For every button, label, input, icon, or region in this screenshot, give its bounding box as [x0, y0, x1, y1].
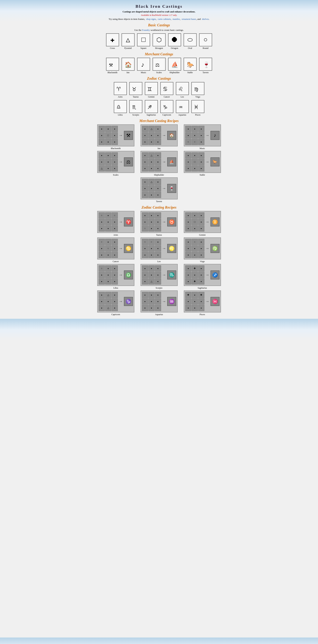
cell: ● [112, 159, 118, 165]
cell: ● [142, 185, 148, 192]
svg-text:⛵: ⛵ [171, 61, 178, 68]
scales-recipe-label: Scales [113, 174, 119, 176]
cell: ● [105, 239, 111, 245]
cell: ● [198, 126, 204, 132]
arrow: → [205, 246, 209, 251]
cell: ● [99, 132, 105, 138]
casting-gemini: ♊ Gemini [144, 82, 159, 98]
cell: ● [185, 225, 191, 232]
link-shelves[interactable]: shelves [202, 18, 209, 20]
cell: ● [142, 152, 148, 158]
cell: ● [155, 185, 161, 192]
link-curio-cabinets[interactable]: curio cabinets [158, 18, 171, 20]
svg-text:⚒: ⚒ [109, 61, 113, 68]
zodiac-recipes-row4: ● △ ● ● ● ● ● △ ● → ♑ Capricorn ● ● ● ● … [91, 290, 228, 316]
cell: ● [105, 272, 111, 278]
cell: ● [99, 219, 105, 225]
cell: ● [148, 298, 155, 304]
cell: ○ [105, 246, 111, 252]
cell: ● [155, 126, 161, 132]
shipbuilder-icon: ⛵ [168, 58, 181, 71]
cell: ● [99, 298, 105, 304]
pisces-label: Pisces [195, 114, 201, 116]
foundry-link[interactable]: Foundry [142, 29, 150, 31]
aries-recipe-label: Aries [113, 234, 118, 236]
cell: □ [105, 132, 111, 138]
merchant-castings-row: ⚒ Blacksmith 🏠 Inn ♪ Music ⚖ Scales ⛵ Sh… [91, 58, 228, 74]
cell: ● [185, 132, 191, 138]
cell: ● [198, 159, 204, 165]
casting-taurus: ♉ Taurus [129, 82, 143, 98]
cell: ● [198, 239, 204, 245]
recipe-tavern: ● △ ● ● ● ● ● ● ● → 🍷 Tavern [138, 178, 180, 203]
tavern-craft: ● △ ● ● ● ● ● ● ● → 🍷 [141, 178, 178, 200]
recipe-scales: ● ● ● ● ● ● △ ● ● → ⚖ Scales [95, 151, 137, 176]
cell: ● [112, 278, 118, 284]
capricorn-grid: ● △ ● ● ● ● ● △ ● [99, 292, 118, 311]
arrow: → [162, 186, 166, 191]
arrow: → [162, 160, 166, 164]
cell: ● [99, 126, 105, 132]
shipbuilder-result: ⛵ [167, 158, 176, 166]
stable-recipe-label: Stable [200, 174, 205, 176]
music-label: Music [141, 71, 146, 74]
svg-text:♊: ♊ [148, 86, 152, 93]
svg-text:♒: ♒ [179, 104, 183, 111]
recipe-scorpio: ● ● ● ● ● ● ● △ ● → ♏ Scorpio [138, 264, 180, 289]
sagittarius-icon: ♐ [145, 100, 158, 113]
casting-scorpio: ♏ Scorpio [129, 100, 143, 116]
cell: ● [142, 212, 148, 218]
arrow: → [162, 272, 166, 277]
music-recipe-label: Music [200, 147, 205, 150]
cell: ● [155, 305, 161, 311]
svg-text:♪: ♪ [141, 61, 145, 68]
cell: ● [192, 292, 198, 298]
scorpio-recipe-label: Scorpio [156, 287, 162, 289]
music-grid: ● ● ● ● ● ● ○ ○ ● [185, 126, 204, 145]
cell: ● [112, 152, 118, 158]
link-mantles[interactable]: mantles [173, 18, 180, 20]
aries-label: Aries [118, 96, 123, 98]
blacksmith-result: ⚒ [124, 131, 133, 140]
cell: ● [155, 192, 161, 198]
casting-scales: ⚖ Scales [152, 58, 166, 74]
cell: ● [105, 159, 111, 165]
leo-grid: ○ ○ ● ● ● ● ● ● ● [142, 239, 161, 258]
svg-text:♌: ♌ [179, 86, 183, 93]
cell: ● [185, 272, 191, 278]
recipe-inn: ● △ ● ● ● ● ● ● ● → 🏠 Inn [138, 124, 180, 150]
arrow: → [119, 272, 123, 277]
square-icon [137, 33, 150, 46]
cell: ● [148, 219, 155, 225]
cancer-craft: ○ ● ● ● ○ ● ● ● ● → ♋ [97, 238, 134, 260]
gemini-label: Gemini [148, 96, 155, 98]
arrow: → [205, 133, 209, 138]
cell: ● [105, 219, 111, 225]
basic-castings-title: Basic Castings [91, 23, 228, 27]
cell: ● [155, 219, 161, 225]
blacksmith-label: Blacksmith [108, 71, 117, 74]
link-ornament-bases[interactable]: ornament bases [182, 18, 196, 20]
cell: ● [192, 246, 198, 252]
link-shop-signs[interactable]: shop signs [146, 18, 156, 20]
scales-label: Scales [156, 71, 162, 74]
cell: ● [99, 225, 105, 232]
arrow: → [205, 272, 209, 277]
cell: ● [185, 165, 191, 172]
shipbuilder-recipe-label: Shipbuilder [154, 174, 164, 176]
scales-result: ⚖ [124, 158, 133, 166]
svg-text:♈: ♈ [117, 86, 121, 93]
taurus-grid: ● ● ● ● ● ● ○ ● ● [142, 212, 161, 232]
gemini-craft: ● ● ● ● □ ● ● ● ● → ♊ [184, 211, 221, 233]
casting-pyramid: Pyramid [121, 33, 135, 50]
leo-icon: ♌ [176, 82, 189, 95]
cell: ● [112, 165, 118, 172]
cell: △ [99, 165, 105, 172]
cell: ● [198, 212, 204, 218]
cell: ● [198, 225, 204, 232]
sagittarius-recipe-label: Sagittarius [198, 287, 207, 289]
cancer-label: Cancer [164, 96, 170, 98]
cell: ○ [99, 239, 105, 245]
capricorn-recipe-label: Capricorn [112, 313, 120, 316]
casting-music: ♪ Music [136, 58, 151, 74]
